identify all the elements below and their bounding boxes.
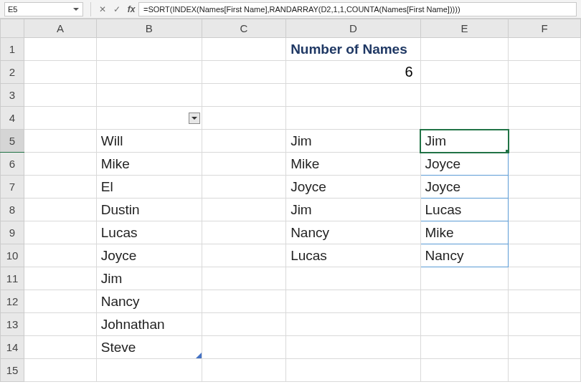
cell-D2[interactable]: 6 (286, 61, 420, 84)
cell-F9[interactable] (509, 221, 581, 244)
row-header-2[interactable]: 2 (1, 61, 24, 84)
cell-F4[interactable] (509, 107, 581, 130)
row-header-8[interactable]: 8 (1, 199, 24, 221)
cell-A14[interactable] (24, 336, 97, 359)
cell-A9[interactable] (24, 221, 97, 244)
cell-E14[interactable] (420, 336, 509, 359)
cell-A10[interactable] (24, 244, 97, 267)
select-all-corner[interactable] (1, 19, 24, 38)
cell-E10[interactable]: Nancy (420, 244, 509, 267)
cell-C12[interactable] (202, 290, 285, 313)
row-header-7[interactable]: 7 (1, 176, 24, 199)
cell-B7[interactable]: El (96, 176, 202, 199)
cell-F13[interactable] (509, 313, 581, 336)
accept-button[interactable]: ✓ (110, 2, 124, 16)
cell-E15[interactable] (420, 359, 509, 382)
cell-F15[interactable] (509, 359, 581, 382)
cell-A15[interactable] (24, 359, 97, 382)
col-header-E[interactable]: E (420, 19, 509, 38)
cell-E9[interactable]: Mike (420, 221, 509, 244)
cell-B2[interactable] (96, 61, 202, 84)
row-header-13[interactable]: 13 (1, 313, 24, 336)
cell-A2[interactable] (24, 61, 97, 84)
cell-B14[interactable]: Steve (96, 336, 202, 359)
cell-D9[interactable]: Nancy (286, 221, 420, 244)
cell-C4[interactable] (202, 107, 285, 130)
cell-F2[interactable] (509, 61, 581, 84)
cell-E13[interactable] (420, 313, 509, 336)
row-header-15[interactable]: 15 (1, 359, 24, 382)
cell-C11[interactable] (202, 267, 285, 290)
cell-B10[interactable]: Joyce (96, 244, 202, 267)
cell-E4[interactable]: Sorted List (420, 107, 509, 130)
cell-F10[interactable] (509, 244, 581, 267)
cell-E8[interactable]: Lucas (420, 199, 509, 221)
cell-E7[interactable]: Joyce (420, 176, 509, 199)
cell-B4[interactable]: First Name (96, 107, 202, 130)
cell-B6[interactable]: Mike (96, 153, 202, 176)
cell-B15[interactable] (96, 359, 202, 382)
cell-A5[interactable] (24, 130, 97, 153)
row-header-11[interactable]: 11 (1, 267, 24, 290)
cell-C13[interactable] (202, 313, 285, 336)
cell-D15[interactable] (286, 359, 420, 382)
cell-C6[interactable] (202, 153, 285, 176)
cell-F7[interactable] (509, 176, 581, 199)
row-header-6[interactable]: 6 (1, 153, 24, 176)
cell-F12[interactable] (509, 290, 581, 313)
cell-E6[interactable]: Joyce (420, 153, 509, 176)
row-header-1[interactable]: 1 (1, 38, 24, 61)
cell-E5[interactable]: Jim (420, 130, 509, 153)
cell-B12[interactable]: Nancy (96, 290, 202, 313)
cell-F3[interactable] (509, 84, 581, 107)
cell-F6[interactable] (509, 153, 581, 176)
cell-B3[interactable] (96, 84, 202, 107)
col-header-A[interactable]: A (24, 19, 97, 38)
row-header-10[interactable]: 10 (1, 244, 24, 267)
cell-F11[interactable] (509, 267, 581, 290)
cell-D4[interactable]: Random List (286, 107, 420, 130)
cell-D13[interactable] (286, 313, 420, 336)
cell-D5[interactable]: Jim (286, 130, 420, 153)
cell-E2[interactable] (420, 61, 509, 84)
formula-input[interactable]: =SORT(INDEX(Names[First Name],RANDARRAY(… (138, 2, 577, 16)
cell-C10[interactable] (202, 244, 285, 267)
cell-D10[interactable]: Lucas (286, 244, 420, 267)
cell-C3[interactable] (202, 84, 285, 107)
row-header-12[interactable]: 12 (1, 290, 24, 313)
cell-C2[interactable] (202, 61, 285, 84)
col-header-C[interactable]: C (202, 19, 285, 38)
grid[interactable]: A B C D E F 1 Number of Names 2 (0, 19, 581, 382)
fx-button[interactable]: fx (124, 2, 138, 16)
cell-B1[interactable] (96, 38, 202, 61)
row-header-5[interactable]: 5 (1, 130, 24, 153)
col-header-B[interactable]: B (96, 19, 202, 38)
cell-A13[interactable] (24, 313, 97, 336)
cell-B13[interactable]: Johnathan (96, 313, 202, 336)
cell-A8[interactable] (24, 199, 97, 221)
row-header-4[interactable]: 4 (1, 107, 24, 130)
cell-C7[interactable] (202, 176, 285, 199)
cell-A11[interactable] (24, 267, 97, 290)
cancel-button[interactable]: ✕ (95, 2, 110, 16)
cell-D6[interactable]: Mike (286, 153, 420, 176)
col-header-D[interactable]: D (286, 19, 420, 38)
cell-D14[interactable] (286, 336, 420, 359)
row-header-14[interactable]: 14 (1, 336, 24, 359)
cell-F5[interactable] (509, 130, 581, 153)
cell-E1[interactable] (420, 38, 509, 61)
cell-D11[interactable] (286, 267, 420, 290)
cell-C15[interactable] (202, 359, 285, 382)
cell-B11[interactable]: Jim (96, 267, 202, 290)
cell-D12[interactable] (286, 290, 420, 313)
cell-E11[interactable] (420, 267, 509, 290)
cell-D3[interactable] (286, 84, 420, 107)
cell-B9[interactable]: Lucas (96, 221, 202, 244)
cell-A12[interactable] (24, 290, 97, 313)
row-header-3[interactable]: 3 (1, 84, 24, 107)
name-box[interactable]: E5 (4, 2, 83, 16)
cell-C1[interactable] (202, 38, 285, 61)
name-box-dropdown-icon[interactable] (71, 4, 81, 14)
cell-B8[interactable]: Dustin (96, 199, 202, 221)
row-header-9[interactable]: 9 (1, 221, 24, 244)
